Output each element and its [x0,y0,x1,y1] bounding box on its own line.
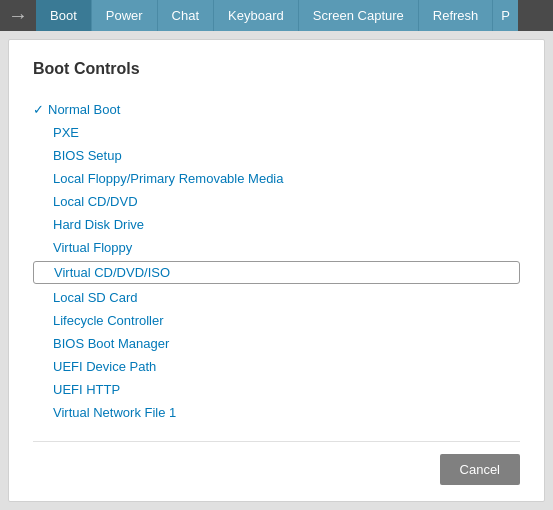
section-title: Boot Controls [33,60,520,78]
tab-keyboard[interactable]: Keyboard [214,0,299,31]
boot-item-local-cd[interactable]: Local CD/DVD [33,190,520,213]
boot-item-virtual-floppy[interactable]: Virtual Floppy [33,236,520,259]
boot-item-uefi-device-path[interactable]: UEFI Device Path [33,355,520,378]
boot-item-local-floppy[interactable]: Local Floppy/Primary Removable Media [33,167,520,190]
boot-item-vn-file-2[interactable]: Virtual Network File 2 [33,424,520,429]
tab-chat[interactable]: Chat [158,0,214,31]
main-content: Boot Controls Normal BootPXEBIOS SetupLo… [8,39,545,502]
boot-item-local-sd[interactable]: Local SD Card [33,286,520,309]
boot-item-normal-boot[interactable]: Normal Boot [33,98,520,121]
boot-item-pxe[interactable]: PXE [33,121,520,144]
boot-item-uefi-http[interactable]: UEFI HTTP [33,378,520,401]
tab-screen-capture[interactable]: Screen Capture [299,0,419,31]
tab-power[interactable]: Power [92,0,158,31]
boot-item-lifecycle[interactable]: Lifecycle Controller [33,309,520,332]
tab-refresh[interactable]: Refresh [419,0,494,31]
boot-item-vn-file-1[interactable]: Virtual Network File 1 [33,401,520,424]
arrow-icon: → [8,4,28,27]
cancel-button[interactable]: Cancel [440,454,520,485]
boot-item-hard-disk[interactable]: Hard Disk Drive [33,213,520,236]
top-bar: → BootPowerChatKeyboardScreen CaptureRef… [0,0,553,31]
boot-list: Normal BootPXEBIOS SetupLocal Floppy/Pri… [33,98,520,429]
footer: Cancel [33,441,520,485]
boot-item-bios-boot-manager[interactable]: BIOS Boot Manager [33,332,520,355]
tab-boot[interactable]: Boot [36,0,92,31]
boot-item-virtual-cd[interactable]: Virtual CD/DVD/ISO [33,261,520,284]
boot-item-bios-setup[interactable]: BIOS Setup [33,144,520,167]
tab-partial[interactable]: P [493,0,518,31]
